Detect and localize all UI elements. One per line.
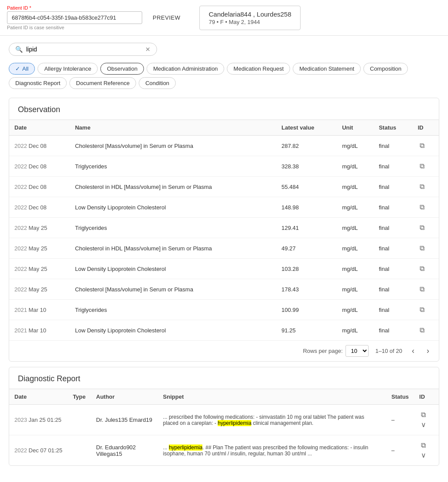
filter-row: ✓ All Allergy Intolerance Observation Me… (0, 59, 448, 92)
observation-page-info: 1–10 of 20 (376, 348, 402, 354)
filter-med-statement[interactable]: Medication Statement (293, 63, 361, 75)
obs-status-6: final (373, 259, 412, 279)
diag-author-1: Dr. Eduardo902 Villegas15 (91, 435, 157, 466)
obs-status-7: final (373, 279, 412, 300)
obs-status-5: final (373, 238, 412, 259)
obs-unit-9: mg/dL (337, 320, 373, 341)
diagnostic-report-table: Date Type Author Snippet Status ID 2023 … (9, 389, 439, 465)
filter-allergy[interactable]: Allergy Intolerance (38, 63, 98, 75)
observation-prev-page[interactable]: ‹ (409, 345, 417, 356)
diag-snippet-1: ... hyperlipidemia. ## Plan The patient … (158, 435, 386, 466)
obs-date-1: 2022 Dec 08 (9, 156, 70, 177)
obs-copy-btn-4[interactable]: ⧉ (418, 223, 426, 232)
obs-date-4: 2022 May 25 (9, 218, 70, 238)
observation-next-page[interactable]: › (424, 345, 432, 356)
filter-diagnostic[interactable]: Diagnostic Report (9, 77, 67, 89)
obs-value-7: 178.43 (276, 279, 337, 300)
clear-icon[interactable]: ✕ (145, 46, 150, 53)
obs-copy-btn-9[interactable]: ⧉ (418, 325, 426, 335)
filter-doc-ref-label: Document Reference (76, 80, 130, 86)
patient-id-section: Patient ID * Patient ID is case sensitiv… (7, 5, 142, 30)
obs-status-2: final (373, 177, 412, 197)
diag-header-row: Date Type Author Snippet Status ID (9, 389, 439, 405)
obs-copy-btn-1[interactable]: ⧉ (418, 161, 426, 171)
obs-date-9: 2021 Mar 10 (9, 320, 70, 341)
diag-col-status: Status (386, 389, 414, 405)
obs-status-8: final (373, 300, 412, 320)
obs-unit-8: mg/dL (337, 300, 373, 320)
obs-copy-8[interactable]: ⧉ (413, 300, 439, 320)
obs-value-5: 49.27 (276, 238, 337, 259)
preview-button[interactable]: PREVIEW (153, 14, 180, 21)
obs-value-4: 129.41 (276, 218, 337, 238)
diag-actions-0: ⧉ ∨ (414, 405, 439, 435)
obs-col-name: Name (70, 120, 276, 136)
obs-copy-btn-7[interactable]: ⧉ (418, 284, 426, 294)
filter-condition[interactable]: Condition (139, 77, 176, 89)
obs-copy-0[interactable]: ⧉ (413, 136, 439, 156)
filter-condition-label: Condition (145, 80, 169, 86)
rows-per-page-label: Rows per page: (303, 348, 342, 354)
patient-id-label: Patient ID * (7, 5, 142, 10)
diag-actions-1: ⧉ ∨ (414, 435, 439, 466)
observation-row: 2022 Dec 08 Cholesterol [Mass/volume] in… (9, 136, 439, 156)
obs-value-0: 287.82 (276, 136, 337, 156)
filter-med-request[interactable]: Medication Request (227, 63, 290, 75)
observation-row: 2022 Dec 08 Triglycerides 328.38 mg/dL f… (9, 156, 439, 177)
obs-copy-2[interactable]: ⧉ (413, 177, 439, 197)
obs-copy-1[interactable]: ⧉ (413, 156, 439, 177)
obs-col-id: ID (413, 120, 439, 136)
obs-unit-6: mg/dL (337, 259, 373, 279)
obs-name-8: Triglycerides (70, 300, 276, 320)
filter-observation-label: Observation (107, 65, 137, 72)
filter-observation[interactable]: Observation (100, 63, 144, 75)
search-area: 🔍 ✕ (0, 36, 448, 59)
obs-copy-btn-3[interactable]: ⧉ (418, 202, 426, 212)
diag-type-0 (68, 405, 91, 435)
observation-row: 2022 May 25 Triglycerides 129.41 mg/dL f… (9, 218, 439, 238)
obs-date-2: 2022 Dec 08 (9, 177, 70, 197)
filter-all-label: All (22, 65, 28, 72)
rows-per-page-select[interactable]: 5 10 20 50 (345, 345, 369, 357)
obs-copy-9[interactable]: ⧉ (413, 320, 439, 341)
obs-copy-btn-5[interactable]: ⧉ (418, 243, 426, 253)
obs-copy-4[interactable]: ⧉ (413, 218, 439, 238)
patient-id-input[interactable] (7, 11, 142, 24)
diag-expand-btn-1[interactable]: ∨ (419, 450, 428, 460)
obs-copy-5[interactable]: ⧉ (413, 238, 439, 259)
obs-unit-0: mg/dL (337, 136, 373, 156)
obs-copy-3[interactable]: ⧉ (413, 197, 439, 218)
patient-info-box: Candelaria844 , Lourdes258 79 • F • May … (199, 6, 300, 30)
obs-copy-btn-0[interactable]: ⧉ (418, 141, 426, 150)
filter-med-admin[interactable]: Medication Administration (147, 63, 224, 75)
obs-copy-btn-8[interactable]: ⧉ (418, 305, 426, 314)
obs-unit-2: mg/dL (337, 177, 373, 197)
obs-col-value: Latest value (276, 120, 337, 136)
diag-expand-btn-0[interactable]: ∨ (419, 420, 428, 430)
obs-status-4: final (373, 218, 412, 238)
filter-doc-ref[interactable]: Document Reference (69, 77, 136, 89)
diagnostic-row: 2023 Jan 25 01:25 Dr. Jules135 Emard19 .… (9, 405, 439, 435)
observation-pagination: Rows per page: 5 10 20 50 1–10 of 20 ‹ › (9, 340, 439, 361)
obs-date-6: 2022 May 25 (9, 259, 70, 279)
obs-name-1: Triglycerides (70, 156, 276, 177)
diag-copy-btn-0[interactable]: ⧉ (419, 410, 427, 420)
filter-composition[interactable]: Composition (363, 63, 408, 75)
diag-status-0: – (386, 405, 414, 435)
diag-copy-btn-1[interactable]: ⧉ (419, 441, 427, 450)
obs-unit-1: mg/dL (337, 156, 373, 177)
patient-name: Candelaria844 , Lourdes258 (209, 10, 291, 18)
diag-col-author: Author (91, 389, 157, 405)
obs-copy-7[interactable]: ⧉ (413, 279, 439, 300)
obs-date-8: 2021 Mar 10 (9, 300, 70, 320)
search-input[interactable] (26, 46, 142, 53)
obs-copy-6[interactable]: ⧉ (413, 259, 439, 279)
obs-value-6: 103.28 (276, 259, 337, 279)
diag-date-1: 2022 Dec 07 01:25 (9, 435, 68, 466)
obs-copy-btn-6[interactable]: ⧉ (418, 264, 426, 273)
obs-value-9: 91.25 (276, 320, 337, 341)
filter-med-statement-label: Medication Statement (299, 65, 354, 72)
obs-name-0: Cholesterol [Mass/volume] in Serum or Pl… (70, 136, 276, 156)
obs-copy-btn-2[interactable]: ⧉ (418, 182, 426, 191)
filter-all[interactable]: ✓ All (9, 63, 35, 75)
